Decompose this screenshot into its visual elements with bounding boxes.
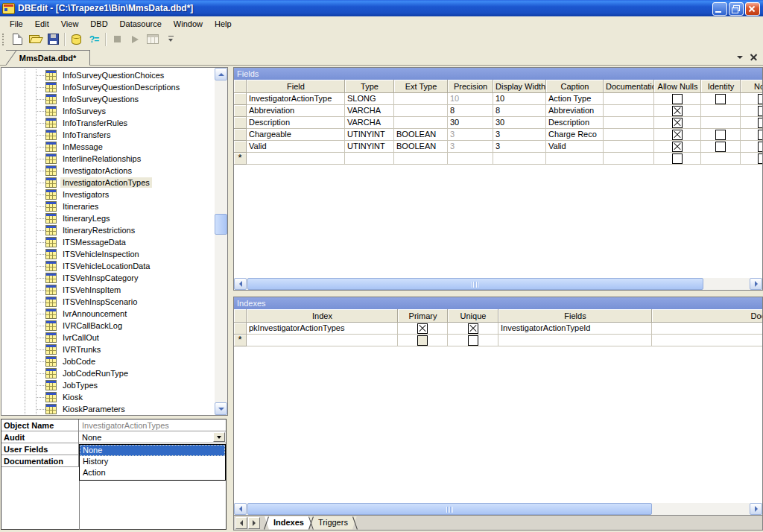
indexes-horizontal-scrollbar[interactable] xyxy=(234,503,762,515)
cell-identity-checkbox[interactable] xyxy=(715,94,726,104)
cell-allow-nulls[interactable] xyxy=(654,93,701,105)
cell-type[interactable]: VARCHA xyxy=(345,117,394,129)
scroll-up-button[interactable] xyxy=(215,68,227,80)
cell-documentation[interactable] xyxy=(652,323,762,335)
cell-allow-nulls-checkbox[interactable] xyxy=(672,153,683,164)
cell-allow-nulls-checkbox[interactable] xyxy=(672,94,683,104)
row-selector[interactable] xyxy=(234,117,247,129)
cell-type[interactable]: VARCHA xyxy=(345,105,394,117)
cell-documentation[interactable] xyxy=(604,141,654,153)
tree-vertical-scrollbar[interactable] xyxy=(215,68,227,415)
empty-cell[interactable] xyxy=(652,335,762,346)
menu-edit[interactable]: Edit xyxy=(29,18,55,30)
cell-precision[interactable]: 3 xyxy=(448,141,493,153)
tree-item-itsvehinspcategory[interactable]: ITSVehInspCategory xyxy=(1,272,215,284)
column-header-caption[interactable]: Caption xyxy=(546,80,604,93)
tree-item-itsvehinspitem[interactable]: ITSVehInspItem xyxy=(1,284,215,296)
cell-no-audit-checkbox[interactable] xyxy=(758,130,763,140)
cell-type[interactable]: SLONG xyxy=(345,93,394,105)
cell-caption[interactable]: Valid xyxy=(546,141,604,153)
cell-precision[interactable]: 3 xyxy=(448,129,493,141)
column-header-docum[interactable]: Docum xyxy=(652,309,762,323)
cell-no-audit-checkbox[interactable] xyxy=(758,142,763,152)
column-header-display-width[interactable]: Display Width xyxy=(493,80,546,93)
cell-allow-nulls-checkbox[interactable] xyxy=(672,130,683,140)
menu-window[interactable]: Window xyxy=(168,18,209,30)
scroll-right-button[interactable] xyxy=(750,503,762,515)
tree-item-ivrannouncement[interactable]: IvrAnnouncement xyxy=(1,308,215,320)
cell-display-width[interactable]: 10 xyxy=(493,93,546,105)
close-button[interactable] xyxy=(745,2,760,16)
tree-item-itsvehinspscenario[interactable]: ITSVehInspScenario xyxy=(1,296,215,308)
cell-field[interactable]: Chargeable xyxy=(247,129,345,141)
empty-cell[interactable] xyxy=(493,153,546,165)
tree-item-jobcoderuntype[interactable]: JobCodeRunType xyxy=(1,367,215,379)
close-document-icon[interactable] xyxy=(750,54,757,60)
cell-documentation[interactable] xyxy=(604,129,654,141)
cell-no-audit-checkbox[interactable] xyxy=(758,118,763,128)
tree-item-investigatoractiontypes[interactable]: InvestigatorActionTypes xyxy=(1,177,215,189)
menu-file[interactable]: File xyxy=(4,18,29,30)
row-selector[interactable] xyxy=(234,323,247,335)
minimize-button[interactable] xyxy=(712,2,727,16)
tree-item-itinerarylegs[interactable]: ItineraryLegs xyxy=(1,212,215,224)
row-selector[interactable] xyxy=(234,105,247,117)
tab-scroll-left-button[interactable] xyxy=(235,517,247,529)
cell-field[interactable]: Description xyxy=(247,117,345,129)
cell-no-audit-checkbox[interactable] xyxy=(758,106,763,116)
empty-cell[interactable] xyxy=(247,335,398,346)
cell-ext-type[interactable]: BOOLEAN xyxy=(394,141,448,153)
new-document-button[interactable] xyxy=(9,32,25,47)
cell-primary-checkbox[interactable] xyxy=(417,335,428,346)
cell-no-audit-checkbox[interactable] xyxy=(758,94,763,104)
tree-item-infosurveyquestionchoices[interactable]: InfoSurveyQuestionChoices xyxy=(1,69,215,81)
column-header-identity[interactable]: Identity xyxy=(701,80,741,93)
cell-allow-nulls-checkbox[interactable] xyxy=(672,106,683,116)
cell-ext-type[interactable] xyxy=(394,105,448,117)
cell-unique-checkbox[interactable] xyxy=(468,335,478,346)
cell-precision[interactable]: 10 xyxy=(448,93,493,105)
tree-item-ivrcallout[interactable]: IvrCallOut xyxy=(1,332,215,343)
tree-item-kiosk[interactable]: Kiosk xyxy=(1,391,215,403)
database-button[interactable] xyxy=(68,32,84,47)
empty-cell[interactable] xyxy=(345,153,394,165)
tree-item-infotransfers[interactable]: InfoTransfers xyxy=(1,129,215,141)
tree-item-itineraries[interactable]: Itineraries xyxy=(1,200,215,212)
audit-combo[interactable]: None xyxy=(79,431,226,443)
document-tab[interactable]: MmsData.dbd* xyxy=(6,50,90,66)
object-name-value[interactable]: InvestigatorActionTypes xyxy=(79,419,226,431)
cell-display-width[interactable]: 8 xyxy=(493,105,546,117)
column-header-ext-type[interactable]: Ext Type xyxy=(394,80,448,93)
column-header-type[interactable]: Type xyxy=(345,80,394,93)
cell-identity[interactable] xyxy=(701,93,741,105)
dropdown-option-action[interactable]: Action xyxy=(80,467,225,478)
empty-cell[interactable] xyxy=(546,153,604,165)
cell-identity[interactable] xyxy=(701,141,741,153)
cell-index[interactable]: pkInvestigatorActionTypes xyxy=(247,323,398,335)
cell-primary[interactable] xyxy=(398,335,448,346)
row-selector[interactable] xyxy=(234,129,247,141)
tree-item-investigatoractions[interactable]: InvestigatorActions xyxy=(1,165,215,177)
cell-display-width[interactable]: 3 xyxy=(493,141,546,153)
save-button[interactable] xyxy=(45,32,61,47)
column-header-no-a[interactable]: No A xyxy=(741,80,762,93)
new-row-marker[interactable]: * xyxy=(234,153,247,165)
cell-ext-type[interactable] xyxy=(394,93,448,105)
column-header-allow-nulls[interactable]: Allow Nulls xyxy=(654,80,701,93)
cell-no-audit[interactable] xyxy=(741,129,762,141)
cell-primary-checkbox[interactable] xyxy=(417,323,428,334)
tree-item-itsvehicleinspection[interactable]: ITSVehicleInspection xyxy=(1,248,215,260)
tree-item-jobcode[interactable]: JobCode xyxy=(1,355,215,367)
cell-type[interactable]: UTINYINT xyxy=(345,141,394,153)
menu-help[interactable]: Help xyxy=(209,18,238,30)
cell-allow-nulls[interactable] xyxy=(654,153,701,165)
empty-cell[interactable] xyxy=(448,153,493,165)
tree-item-interlinerelationships[interactable]: InterlineRelationships xyxy=(1,153,215,165)
scroll-left-button[interactable] xyxy=(234,503,247,515)
cell-unique-checkbox[interactable] xyxy=(468,323,478,334)
tree-item-infosurveyquestiondescriptions[interactable]: InfoSurveyQuestionDescriptions xyxy=(1,81,215,93)
toolbar-grip-handle[interactable] xyxy=(2,34,6,45)
cell-documentation[interactable] xyxy=(604,117,654,129)
cell-no-audit[interactable] xyxy=(741,153,762,165)
cell-unique[interactable] xyxy=(448,335,498,346)
